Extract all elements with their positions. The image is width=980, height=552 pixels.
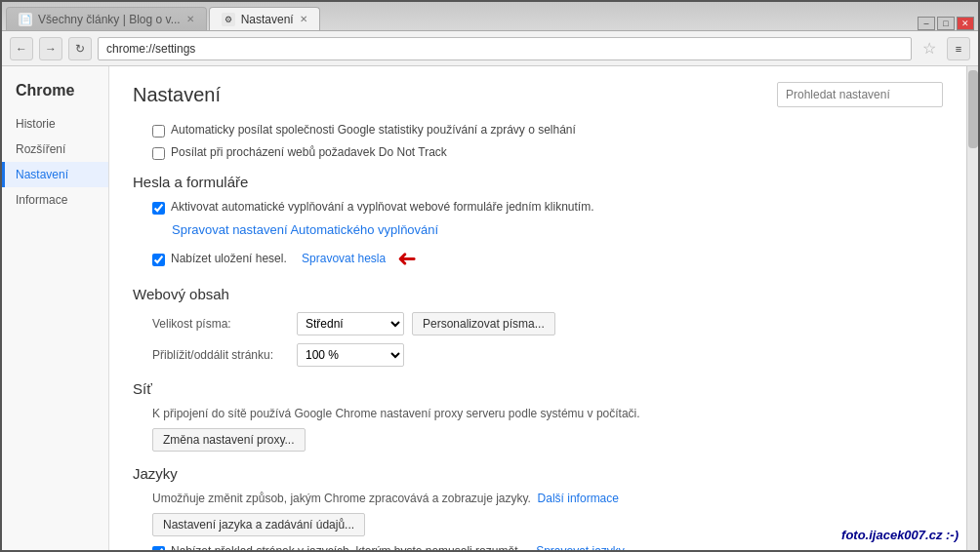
reload-button[interactable]: ↻ xyxy=(68,37,92,60)
settings-content: Nastavení Automaticky posílat společnost… xyxy=(109,66,966,550)
sidebar-item-nastaveni[interactable]: Nastavení xyxy=(2,162,108,187)
link-spravovat-autofill[interactable]: Spravovat nastavení Automatického vyplňo… xyxy=(172,222,438,237)
checkbox-autofill-input[interactable] xyxy=(152,202,165,215)
bookmark-icon[interactable]: ☆ xyxy=(918,37,941,60)
section-heading-jazyky: Jazyky xyxy=(133,465,943,482)
checkbox-translate: Nabízet překlad stránek v jazycích, kter… xyxy=(152,544,943,550)
section-heading-hesla: Hesla a formuláře xyxy=(133,174,943,190)
main-area: Chrome Historie Rozšíření Nastavení Info… xyxy=(2,66,978,550)
proxy-settings-button[interactable]: Změna nastavení proxy... xyxy=(152,428,306,452)
address-bar[interactable]: chrome://settings xyxy=(98,37,912,60)
checkbox-google-stats-label: Automaticky posílat společnosti Google s… xyxy=(171,123,576,137)
tab-1-favicon: 📄 xyxy=(19,13,32,26)
browser-frame: 📄 Všechny články | Blog o v... ✕ ⚙ Nasta… xyxy=(0,0,980,552)
webovy-section: Velikost písma: Velmi malé Malé Střední … xyxy=(133,312,943,367)
checkbox-dnt[interactable] xyxy=(152,147,165,160)
link-spravovat-hesla[interactable]: Spravovat hesla xyxy=(302,252,386,265)
checkbox-google-stats[interactable] xyxy=(152,125,165,138)
checkbox-translate-input[interactable] xyxy=(152,546,165,550)
tab-1-label: Všechny články | Blog o v... xyxy=(38,13,181,26)
sit-text: K připojení do sítě používá Google Chrom… xyxy=(152,407,943,420)
tab-bar: 📄 Všechny články | Blog o v... ✕ ⚙ Nasta… xyxy=(2,2,978,31)
sidebar: Chrome Historie Rozšíření Nastavení Info… xyxy=(2,66,109,550)
sidebar-item-historie[interactable]: Historie xyxy=(2,111,108,137)
tab-2-favicon: ⚙ xyxy=(222,13,235,26)
scroll-thumb[interactable] xyxy=(968,70,978,148)
font-size-label: Velikost písma: xyxy=(152,317,289,331)
checkbox-autofill-label: Aktivovat automatické vyplňování a vyplň… xyxy=(171,200,594,214)
link-spravovat-jazyky[interactable]: Spravovat jazyky xyxy=(536,544,625,550)
link-dalsi-informace[interactable]: Další informace xyxy=(538,492,619,505)
tab-1-close[interactable]: ✕ xyxy=(186,14,194,24)
checkbox-passwords-label: Nabízet uložení hesel. xyxy=(171,252,287,265)
tab-1[interactable]: 📄 Všechny články | Blog o v... ✕ xyxy=(6,7,207,30)
jazyky-text: Umožňuje změnit způsob, jakým Chrome zpr… xyxy=(152,492,943,505)
personalize-fonts-button[interactable]: Personalizovat písma... xyxy=(412,312,555,335)
zoom-select[interactable]: 75 % 90 % 100 % 110 % 125 % 150 % xyxy=(297,343,404,367)
hesla-section: Aktivovat automatické vyplňování a vyplň… xyxy=(133,200,943,272)
tab-2-label: Nastavení xyxy=(241,13,294,26)
font-size-row: Velikost písma: Velmi malé Malé Střední … xyxy=(152,312,943,335)
close-button[interactable]: ✕ xyxy=(957,17,974,30)
jazyky-text-main: Umožňuje změnit způsob, jakým Chrome zpr… xyxy=(152,492,531,505)
address-text: chrome://settings xyxy=(106,42,195,56)
sidebar-item-rozsireni[interactable]: Rozšíření xyxy=(2,137,108,162)
scrollbar[interactable] xyxy=(966,66,978,550)
watermark: foto.ijacek007.cz :-) xyxy=(841,528,959,542)
window-controls: – □ ✕ xyxy=(918,17,974,30)
section-heading-webovy: Webový obsah xyxy=(133,286,943,302)
zoom-label: Přiblížit/oddálit stránku: xyxy=(152,348,289,362)
maximize-button[interactable]: □ xyxy=(937,17,955,30)
font-size-select[interactable]: Velmi malé Malé Střední Velké Velmi velk… xyxy=(297,312,404,335)
checkbox-passwords: Nabízet uložení hesel. Spravovat hesla ➜ xyxy=(152,245,943,272)
zoom-row: Přiblížit/oddálit stránku: 75 % 90 % 100… xyxy=(152,343,943,367)
back-button[interactable]: ← xyxy=(10,37,33,60)
arrow-indicator: ➜ xyxy=(397,245,417,272)
jazyky-section: Umožňuje změnit způsob, jakým Chrome zpr… xyxy=(133,492,943,550)
tab-2[interactable]: ⚙ Nastavení ✕ xyxy=(209,7,320,30)
checkbox-autofill: Aktivovat automatické vyplňování a vyplň… xyxy=(152,200,943,215)
sit-section: K připojení do sítě používá Google Chrom… xyxy=(133,407,943,452)
toolbar: ← → ↻ chrome://settings ☆ ≡ xyxy=(2,31,978,66)
forward-button[interactable]: → xyxy=(39,37,62,60)
checkbox-passwords-input[interactable] xyxy=(152,254,165,266)
minimize-button[interactable]: – xyxy=(918,17,935,30)
checkbox-row-2: Posílat při procházení webů požadavek Do… xyxy=(133,145,943,160)
sidebar-title: Chrome xyxy=(2,82,108,111)
sidebar-item-informace[interactable]: Informace xyxy=(2,187,108,213)
search-input[interactable] xyxy=(777,82,943,107)
section-heading-sit: Síť xyxy=(133,380,943,397)
checkbox-translate-label: Nabízet překlad stránek v jazycích, kter… xyxy=(171,544,521,550)
checkbox-row-1: Automaticky posílat společnosti Google s… xyxy=(133,123,943,138)
tab-2-close[interactable]: ✕ xyxy=(300,14,307,24)
language-settings-button[interactable]: Nastavení jazyka a zadávání údajů... xyxy=(152,513,365,536)
page-title: Nastavení xyxy=(133,84,221,106)
checkbox-dnt-label: Posílat při procházení webů požadavek Do… xyxy=(171,145,447,159)
content-header: Nastavení xyxy=(133,82,943,107)
menu-button[interactable]: ≡ xyxy=(947,37,970,60)
